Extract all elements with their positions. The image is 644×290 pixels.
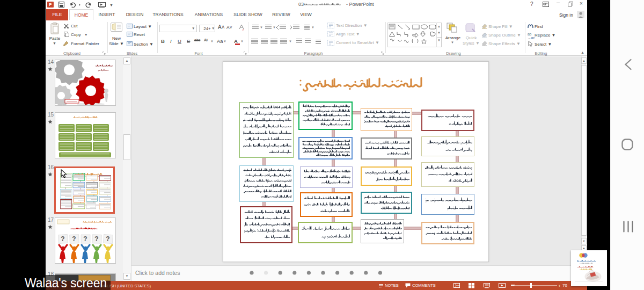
svg-text:?: ?: [61, 235, 64, 243]
svg-text:?: ?: [106, 235, 109, 243]
svg-text:?: ?: [94, 235, 98, 243]
svg-text:?: ?: [72, 235, 76, 243]
svg-text:?: ?: [83, 235, 87, 243]
